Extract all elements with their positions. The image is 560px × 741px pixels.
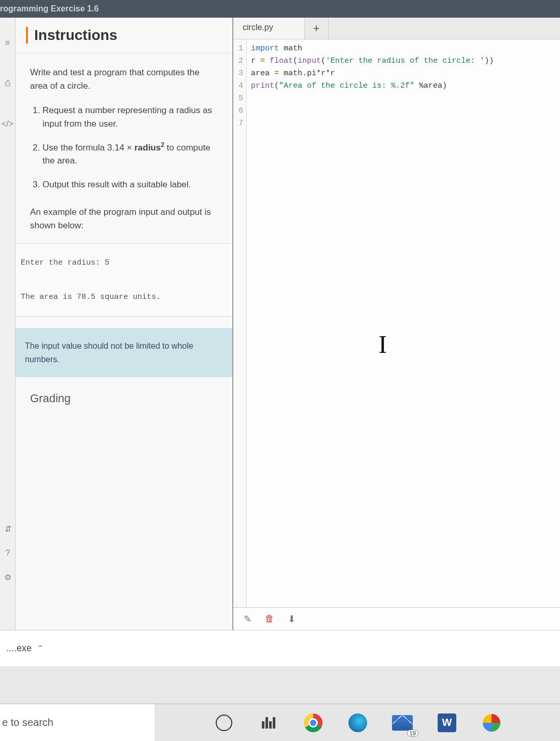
- tab-bar: circle.py +: [233, 18, 560, 39]
- instructions-panel: Instructions Write and test a program th…: [16, 18, 233, 630]
- ln-5: 5: [233, 92, 243, 105]
- editor-panel: circle.py + 1 2 3 4 5 6 7 import math r …: [233, 18, 560, 630]
- taskbar-icons: 19 W: [156, 712, 560, 734]
- intro-text: Write and test a program that computes t…: [30, 66, 218, 92]
- grading-heading: Grading: [30, 390, 218, 407]
- steps-list: Request a number representing a radius a…: [30, 104, 218, 191]
- browser-download-bar: ....exe ⌃: [0, 630, 560, 666]
- note-box: The input value should not be limited to…: [16, 328, 232, 377]
- instructions-header: Instructions: [16, 18, 232, 53]
- main-area: ≡ ⎙ </> Instructions Write and test a pr…: [0, 18, 560, 630]
- add-tab-button[interactable]: +: [305, 18, 329, 39]
- editor-footer: ✎ 🗑 ⬇: [233, 607, 560, 630]
- help-icon[interactable]: ?: [6, 548, 10, 558]
- ln-3: 3: [233, 67, 243, 80]
- tab-circle-py[interactable]: circle.py: [233, 18, 305, 39]
- step-3: Output this result with a suitable label…: [43, 178, 218, 191]
- cortana-icon[interactable]: [213, 712, 235, 734]
- edit-icon[interactable]: ✎: [244, 613, 251, 625]
- ln-1: 1: [233, 43, 243, 55]
- edge-icon[interactable]: [347, 712, 369, 734]
- breadcrumb: rogramming Exercise 1.6: [0, 0, 560, 18]
- snip-icon[interactable]: [481, 712, 502, 734]
- step-1: Request a number representing a radius a…: [43, 104, 218, 130]
- accent-bar: [26, 27, 28, 44]
- left-rail-bottom: ⇵ ? ⚙: [0, 524, 16, 582]
- code-editor[interactable]: 1 2 3 4 5 6 7 import math r = float(inpu…: [233, 39, 560, 607]
- line-gutter: 1 2 3 4 5 6 7: [233, 39, 247, 607]
- ln-6: 6: [233, 105, 243, 117]
- fork-icon[interactable]: ⇵: [5, 524, 11, 534]
- sample-line-2: The area is 78.5 square units.: [21, 289, 227, 306]
- word-icon[interactable]: W: [436, 712, 458, 734]
- mail-badge: 19: [407, 730, 418, 737]
- sample-line-1: Enter the radius: 5: [21, 254, 227, 271]
- settings-icon[interactable]: ⚙: [4, 572, 11, 582]
- task-view-icon[interactable]: [258, 712, 279, 734]
- example-lead: An example of the program input and outp…: [30, 205, 218, 232]
- instructions-body: Write and test a program that computes t…: [16, 53, 232, 630]
- ln-2: 2: [233, 55, 243, 67]
- code-icon[interactable]: </>: [2, 119, 13, 129]
- download-icon[interactable]: ⬇: [288, 613, 296, 625]
- windows-taskbar: e to search 19 W: [0, 704, 560, 741]
- chevron-up-icon[interactable]: ⌃: [37, 643, 44, 653]
- download-file[interactable]: ....exe: [6, 643, 32, 654]
- taskbar-search[interactable]: e to search: [0, 704, 156, 741]
- step-2: Use the formula 3.14 × radius2 to comput…: [43, 141, 218, 168]
- mail-icon[interactable]: 19: [391, 712, 413, 734]
- instructions-title: Instructions: [34, 27, 117, 44]
- text-cursor-icon: I: [379, 330, 387, 359]
- ln-4: 4: [233, 80, 243, 92]
- list-icon[interactable]: ⎙: [5, 79, 10, 88]
- chrome-icon[interactable]: [302, 712, 324, 734]
- sample-output: Enter the radius: 5 The area is 78.5 squ…: [16, 243, 232, 317]
- delete-icon[interactable]: 🗑: [265, 613, 274, 624]
- code-lines[interactable]: import math r = float(input('Enter the r…: [247, 39, 498, 607]
- ln-7: 7: [233, 117, 243, 130]
- menu-icon[interactable]: ≡: [5, 38, 10, 48]
